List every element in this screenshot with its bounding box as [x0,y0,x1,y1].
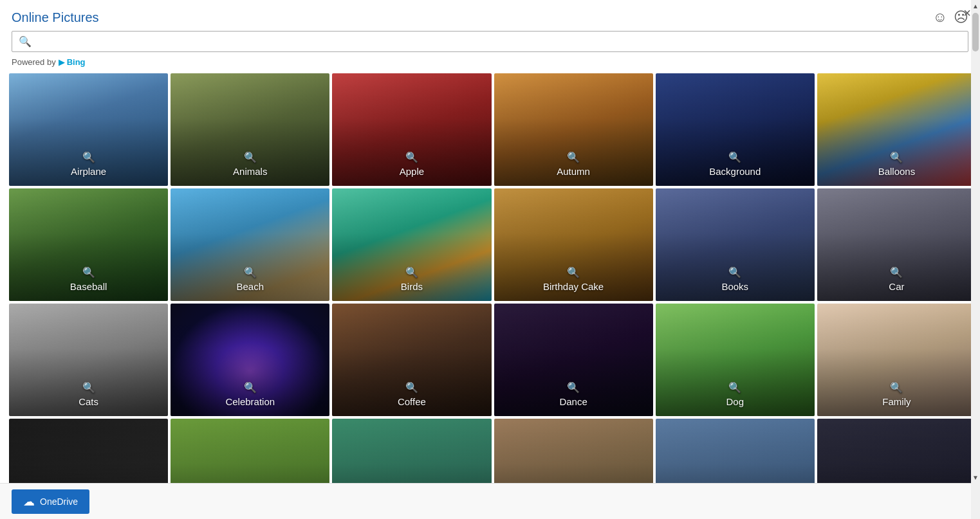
bing-logo: ▶ Bing [59,57,86,67]
grid-item-label-balloons: 🔍Balloons [817,151,976,186]
grid-item-text-airplane: Airplane [71,166,106,177]
grid-item-text-baseball: Baseball [70,281,107,292]
grid-item-label-background: 🔍Background [656,151,815,186]
close-button[interactable]: × [963,6,971,19]
grid-item-animals[interactable]: 🔍Animals [171,73,329,186]
grid-item-text-dog: Dog [726,396,744,407]
grid-item-balloons[interactable]: 🔍Balloons [817,73,976,186]
grid-search-icon-birds: 🔍 [405,266,418,278]
grid-item-baseball[interactable]: 🔍Baseball [9,188,168,301]
grid-search-icon-coffee: 🔍 [405,381,418,394]
grid-item-label-dog: 🔍Dog [656,381,815,416]
scrollbar-track: ▲ ▼ [971,0,980,519]
grid-item-background[interactable]: 🔍Background [656,73,815,186]
grid-item-dog[interactable]: 🔍Dog [656,304,815,416]
grid-item-dance[interactable]: 🔍Dance [494,304,653,416]
grid-item-text-balloons: Balloons [878,166,916,177]
grid-item-coffee[interactable]: 🔍Coffee [332,304,491,416]
grid-item-label-books: 🔍Books [656,266,815,301]
grid-search-icon-animals: 🔍 [244,151,257,163]
grid-item-text-dance: Dance [559,396,587,407]
onedrive-label: OneDrive [40,496,78,507]
image-grid: 🔍Airplane🔍Animals🔍Apple🔍Autumn🔍Backgroun… [9,73,976,519]
scrollbar-down-button[interactable]: ▼ [971,471,980,483]
grid-item-label-beach: 🔍Beach [171,266,329,301]
grid-item-label-car: 🔍Car [817,266,976,301]
bing-name: Bing [67,57,86,67]
grid-item-text-cats: Cats [79,396,98,407]
grid-item-apple[interactable]: 🔍Apple [332,73,491,186]
grid-item-label-birds: 🔍Birds [332,266,491,301]
grid-search-icon-balloons: 🔍 [890,151,903,163]
grid-item-text-beach: Beach [236,281,264,292]
grid-search-icon-apple: 🔍 [405,151,418,163]
grid-item-books[interactable]: 🔍Books [656,188,815,301]
search-icon: 🔍 [19,35,32,48]
scrollbar-up-button[interactable]: ▲ [971,0,980,12]
grid-search-icon-cats: 🔍 [82,381,95,394]
online-pictures-dialog: Online Pictures ☺ ☹ × 🔍 Powered by ▶ Bin… [0,0,980,519]
onedrive-icon: ☁ [23,495,35,509]
grid-item-text-family: Family [882,396,911,407]
grid-item-cats[interactable]: 🔍Cats [9,304,168,416]
dialog-title: Online Pictures [12,10,99,25]
grid-item-birthday-cake[interactable]: 🔍Birthday Cake [494,188,653,301]
powered-by-text: Powered by [12,57,56,67]
grid-search-icon-car: 🔍 [890,266,903,278]
grid-item-text-background: Background [709,166,761,177]
search-input[interactable] [37,36,961,47]
grid-item-text-autumn: Autumn [557,166,590,177]
grid-item-label-birthday-cake: 🔍Birthday Cake [494,266,653,301]
powered-by-bar: Powered by ▶ Bing [0,55,980,73]
search-input-wrapper: 🔍 [12,31,968,52]
grid-item-celebration[interactable]: 🔍Celebration [171,304,329,416]
scrollbar-thumb[interactable] [972,13,979,51]
grid-item-text-celebration: Celebration [225,396,275,407]
image-grid-container: 🔍Airplane🔍Animals🔍Apple🔍Autumn🔍Backgroun… [0,73,980,519]
grid-search-icon-beach: 🔍 [244,266,257,278]
grid-item-label-autumn: 🔍Autumn [494,151,653,186]
grid-item-family[interactable]: 🔍Family [817,304,976,416]
grid-item-beach[interactable]: 🔍Beach [171,188,329,301]
search-bar: 🔍 [0,31,980,55]
grid-item-label-airplane: 🔍Airplane [9,151,168,186]
grid-item-text-birthday-cake: Birthday Cake [543,281,604,292]
grid-search-icon-airplane: 🔍 [82,151,95,163]
grid-item-label-animals: 🔍Animals [171,151,329,186]
grid-item-text-animals: Animals [233,166,267,177]
grid-item-autumn[interactable]: 🔍Autumn [494,73,653,186]
grid-item-label-baseball: 🔍Baseball [9,266,168,301]
grid-item-label-celebration: 🔍Celebration [171,381,329,416]
grid-item-label-apple: 🔍Apple [332,151,491,186]
onedrive-button[interactable]: ☁ OneDrive [12,489,89,514]
bottom-bar: ☁ OneDrive [0,483,980,519]
grid-item-label-dance: 🔍Dance [494,381,653,416]
grid-item-text-apple: Apple [400,166,424,177]
bing-play-icon: ▶ [59,57,65,67]
grid-item-text-birds: Birds [401,281,423,292]
grid-search-icon-dog: 🔍 [728,381,741,394]
grid-search-icon-dance: 🔍 [567,381,580,394]
title-bar: Online Pictures ☺ ☹ × [0,0,980,31]
grid-item-birds[interactable]: 🔍Birds [332,188,491,301]
grid-search-icon-books: 🔍 [728,266,741,278]
grid-item-label-coffee: 🔍Coffee [332,381,491,416]
grid-item-label-cats: 🔍Cats [9,381,168,416]
grid-item-label-family: 🔍Family [817,381,976,416]
grid-item-car[interactable]: 🔍Car [817,188,976,301]
grid-item-airplane[interactable]: 🔍Airplane [9,73,168,186]
grid-search-icon-background: 🔍 [728,151,741,163]
feedback-happy-icon[interactable]: ☺ [933,9,947,26]
grid-item-text-car: Car [889,281,904,292]
grid-search-icon-baseball: 🔍 [82,266,95,278]
grid-item-text-books: Books [721,281,748,292]
grid-search-icon-autumn: 🔍 [567,151,580,163]
grid-search-icon-birthday-cake: 🔍 [567,266,580,278]
grid-search-icon-family: 🔍 [890,381,903,394]
grid-item-text-coffee: Coffee [398,396,426,407]
grid-search-icon-celebration: 🔍 [244,381,257,394]
